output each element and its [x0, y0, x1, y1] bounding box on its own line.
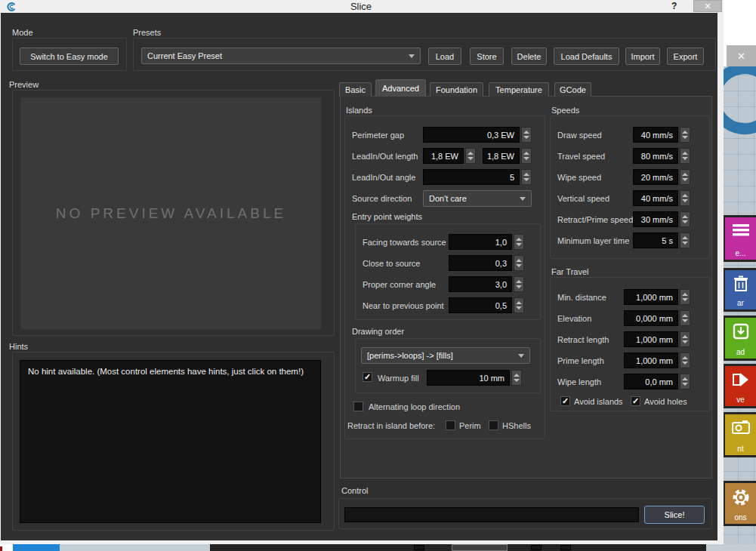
tab-foundation[interactable]: Foundation [430, 82, 483, 97]
perimeter-gap-spinner[interactable] [521, 127, 532, 143]
retract-length-spinner[interactable] [680, 331, 690, 347]
leadinout-angle-spinner[interactable] [521, 169, 532, 185]
vertical-speed-spinner[interactable] [680, 190, 690, 206]
draw-speed-spinner[interactable] [680, 127, 690, 143]
leadinout-length-spinner-1[interactable] [465, 148, 476, 164]
source-direction-select[interactable]: Don't care [423, 190, 532, 207]
bottom-bar-checkbox[interactable] [414, 545, 424, 550]
leadinout-angle-input[interactable]: 5 [423, 169, 520, 185]
wipe-speed-input[interactable]: 20 mm/s [633, 169, 678, 185]
draw-speed-input[interactable]: 40 mm/s [633, 127, 678, 143]
hints-text: No hint available. (Most control element… [20, 360, 321, 523]
retract-perim-checkbox[interactable] [446, 420, 455, 430]
islands-group-label: Islands [346, 106, 372, 115]
leadinout-length-input-2[interactable]: 1,8 EW [483, 148, 520, 164]
drawing-order-value: [perims->loops] -> [fills] [367, 351, 453, 360]
vertical-speed-input[interactable]: 40 mm/s [633, 190, 678, 206]
wipe-length-input[interactable]: 0,0 mm [624, 374, 678, 389]
alternating-loop-direction-label: Alternating loop direction [369, 399, 460, 414]
min-distance-spinner[interactable] [680, 289, 690, 305]
warmup-fill-checkbox[interactable]: ✓ [363, 372, 372, 382]
load-button[interactable]: Load [428, 48, 461, 65]
close-to-source-input[interactable]: 0,3 [449, 255, 512, 271]
slice-button[interactable]: Slice! [644, 506, 705, 524]
mode-group-label: Mode [12, 28, 33, 37]
bg-toolbar-print-button[interactable]: nt [723, 412, 756, 457]
warmup-fill-input[interactable]: 10 mm [427, 370, 510, 386]
near-to-previous-point-input[interactable]: 0,5 [449, 297, 512, 313]
prime-length-label: Prime length [557, 352, 604, 368]
avoid-holes-checkbox[interactable]: ✓ [631, 396, 640, 406]
retract-prime-speed-input[interactable]: 30 mm/s [633, 211, 678, 227]
retract-in-island-before-label: Retract in island before: [347, 417, 435, 433]
retract-prime-speed-spinner[interactable] [680, 211, 690, 227]
drawing-order-select[interactable]: [perims->loops] -> [fills] [361, 347, 530, 364]
proper-corner-angle-label: Proper corner angle [363, 276, 436, 292]
warmup-fill-spinner[interactable] [511, 370, 522, 386]
tab-basic[interactable]: Basic [339, 82, 372, 97]
source-direction-label: Source direction [352, 190, 412, 206]
gear-icon [732, 488, 750, 506]
load-icon [733, 323, 749, 340]
retract-hshells-checkbox[interactable] [489, 420, 498, 430]
wipe-length-spinner[interactable] [680, 374, 690, 389]
retract-prime-speed-label: Retract/Prime speed [557, 211, 633, 227]
alternating-loop-direction-checkbox[interactable] [353, 402, 363, 411]
wipe-length-label: Wipe length [557, 374, 601, 389]
leadinout-angle-label: LeadIn/Out angle [352, 169, 415, 185]
load-defaults-button[interactable]: Load Defaults [554, 48, 619, 65]
facing-towards-source-spinner[interactable] [514, 234, 524, 250]
presets-group-label: Presets [133, 28, 161, 37]
tab-advanced[interactable]: Advanced [375, 79, 426, 97]
switch-to-easy-mode-button[interactable]: Switch to Easy mode [20, 48, 119, 65]
bg-toolbar-options-button[interactable]: ons [723, 481, 756, 526]
source-direction-value: Don't care [429, 194, 467, 203]
elevation-spinner[interactable] [680, 310, 690, 326]
tab-gcode[interactable]: GCode [554, 82, 591, 97]
minimum-layer-time-spinner[interactable] [680, 232, 690, 248]
bottom-bar-button[interactable] [452, 544, 508, 551]
retract-length-input[interactable]: 1,000 mm [624, 331, 678, 347]
store-button[interactable]: Store [470, 48, 504, 65]
bottom-bar-checkbox[interactable] [560, 545, 571, 550]
prime-length-spinner[interactable] [680, 352, 690, 368]
delete-button[interactable]: Delete [511, 48, 547, 65]
bottom-bar-checkbox[interactable] [531, 545, 542, 550]
leadinout-length-spinner-2[interactable] [521, 148, 532, 164]
near-to-previous-point-spinner[interactable] [514, 297, 524, 313]
retract-hshells-label: HShells [502, 417, 531, 433]
prime-length-input[interactable]: 1,000 mm [624, 352, 678, 368]
bg-toolbar-slice-button[interactable]: e... [723, 215, 756, 262]
near-to-previous-point-label: Near to previous point [363, 297, 444, 313]
bg-toolbar-load-button[interactable]: ad [723, 316, 756, 361]
camera-icon [732, 420, 750, 435]
dialog-title: Slice [0, 1, 722, 12]
bg-toolbar-save-button[interactable]: ve [723, 364, 756, 408]
min-distance-input[interactable]: 1,000 mm [624, 289, 678, 305]
minimum-layer-time-input[interactable]: 5 s [633, 232, 678, 248]
close-to-source-spinner[interactable] [514, 255, 524, 271]
help-icon[interactable]: ? [671, 1, 677, 11]
proper-corner-angle-spinner[interactable] [514, 276, 524, 292]
wipe-speed-spinner[interactable] [680, 169, 690, 185]
perimeter-gap-input[interactable]: 0,3 EW [423, 127, 520, 143]
import-button[interactable]: Import [625, 48, 660, 65]
travel-speed-spinner[interactable] [680, 148, 690, 164]
tab-temperature[interactable]: Temperature [489, 82, 549, 97]
bg-toolbar-clear-button[interactable]: ar [723, 268, 756, 312]
avoid-islands-checkbox[interactable]: ✓ [560, 396, 570, 406]
proper-corner-angle-input[interactable]: 3,0 [449, 276, 512, 292]
slice-layers-icon [732, 223, 750, 238]
preset-select[interactable]: Current Easy Preset [141, 48, 421, 64]
retract-length-label: Retract length [557, 331, 609, 347]
background-window-close-icon[interactable]: ✕ [727, 45, 756, 66]
export-button[interactable]: Export [667, 48, 704, 65]
facing-towards-source-input[interactable]: 1,0 [449, 234, 512, 250]
close-to-source-label: Close to source [363, 255, 420, 271]
minimum-layer-time-label: Minimum layer time [557, 232, 629, 248]
elevation-label: Elevation [557, 310, 591, 326]
dialog-close-icon[interactable]: ✕ [693, 0, 722, 12]
elevation-input[interactable]: 0,000 mm [624, 310, 678, 326]
travel-speed-input[interactable]: 80 mm/s [633, 148, 678, 164]
leadinout-length-input-1[interactable]: 1,8 EW [423, 148, 464, 164]
